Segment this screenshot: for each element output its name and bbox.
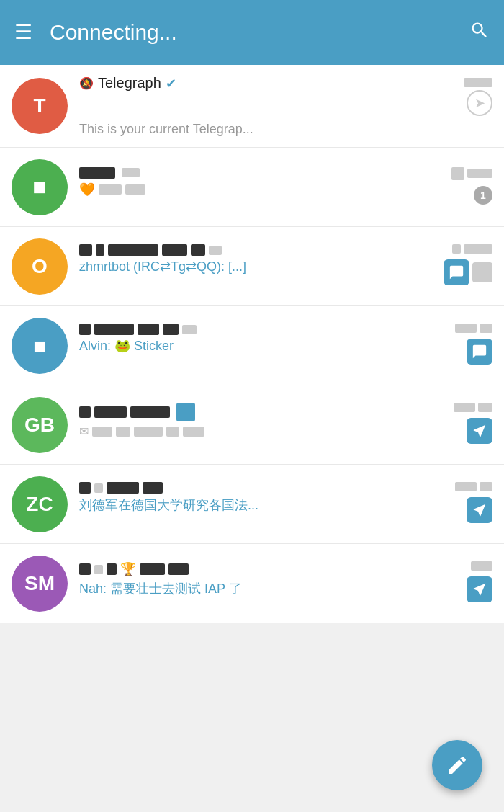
chat-content-5: ✉: [79, 403, 492, 447]
chat-content-7: 🏆 Nah: 需要壮士去测试 IAP 了: [79, 561, 492, 605]
chat-content-2: 🧡 1: [79, 167, 492, 208]
badge-icon-3b: [472, 262, 492, 282]
verified-icon: ✔: [166, 76, 176, 92]
chat-content-telegraph: 🔕 Telegraph ✔ ➤ This is your current Tel…: [79, 75, 492, 137]
chat-item-4[interactable]: ■ Alvin: 🐸 Sticker: [0, 306, 504, 385]
search-icon[interactable]: [469, 20, 490, 45]
chat-content-6: 刘德军在德国大学研究各国法...: [79, 482, 492, 526]
chat-item-5[interactable]: GB ✉: [0, 385, 504, 465]
menu-icon[interactable]: ☰: [14, 22, 32, 43]
chat-preview-7: Nah: 需要壮士去测试 IAP 了: [79, 581, 242, 596]
chat-item-3[interactable]: O zhmrtbot (IRC⇄Tg⇄QQ): [...]: [0, 227, 504, 306]
blue-square: [176, 403, 195, 421]
avatar-5: GB: [12, 397, 68, 453]
avatar-4: ■: [12, 318, 68, 374]
chat-preview-6: 刘德军在德国大学研究各国法...: [79, 498, 258, 512]
time-blur: [464, 78, 492, 87]
right-meta-1: ➤: [435, 75, 492, 119]
chat-list: T 🔕 Telegraph ✔ ➤ This is your current T…: [0, 65, 504, 623]
topbar: ☰ Connecting...: [0, 0, 504, 65]
avatar-2: ■: [12, 159, 68, 215]
avatar-3: O: [12, 238, 68, 295]
prev-blur: [99, 184, 122, 195]
chat-preview-3: zhmrtbot (IRC⇄Tg⇄QQ): [...]: [79, 259, 246, 274]
unread-badge: 1: [474, 186, 492, 205]
badge-icon-6: [467, 497, 492, 523]
chat-item-telegraph[interactable]: T 🔕 Telegraph ✔ ➤ This is your current T…: [0, 65, 504, 148]
badge-icon-3: [444, 259, 469, 285]
chat-name: Telegraph: [98, 75, 161, 92]
prev-blur2: [125, 184, 145, 195]
chat-preview-4: Alvin: 🐸 Sticker: [79, 339, 174, 353]
badge-icon-4: [467, 339, 492, 365]
avatar-6: ZC: [12, 476, 68, 532]
unread-icon: [451, 167, 464, 180]
avatar-7: SM: [12, 556, 68, 612]
badge-icon-7: [467, 576, 492, 602]
time-blur3: [467, 169, 492, 178]
chat-content-3: zhmrtbot (IRC⇄Tg⇄QQ): [...]: [79, 244, 492, 288]
avatar-telegraph: T: [12, 78, 68, 134]
name-blur2: [122, 168, 140, 177]
chat-item-2[interactable]: ■ 🧡: [0, 148, 504, 227]
compose-fab[interactable]: [432, 740, 482, 790]
chat-preview: This is your current Telegrap...: [79, 122, 410, 137]
chat-item-6[interactable]: ZC 刘德军在德国大学研究各国法...: [0, 465, 504, 544]
chat-item-7[interactable]: SM 🏆 Nah: 需要壮士去测试 IAP 了: [0, 544, 504, 623]
chat-content-4: Alvin: 🐸 Sticker: [79, 324, 492, 367]
badge-icon-5: [467, 418, 492, 444]
name-blur: [79, 167, 115, 179]
mute-icon: 🔕: [79, 76, 94, 90]
topbar-title: Connecting...: [50, 20, 469, 45]
share-icon: ➤: [467, 90, 492, 116]
